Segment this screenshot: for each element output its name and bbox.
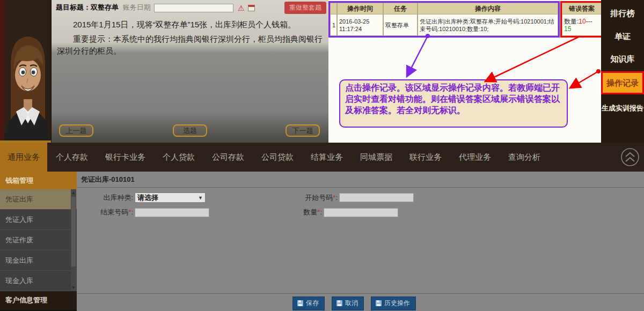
nav-tab-local-notes[interactable]: 同城票据 xyxy=(352,143,401,172)
scrollbar-thumb[interactable] xyxy=(71,197,76,266)
pick-question-button[interactable]: 选题 xyxy=(173,124,207,137)
col-index-header xyxy=(330,3,337,14)
prev-question-button[interactable]: 上一题 xyxy=(59,124,93,137)
redo-set-button[interactable]: 重做整套题 xyxy=(284,2,326,14)
form-title: 凭证出库-010101 xyxy=(77,172,644,188)
main-nav-bar: 通用业务 个人存款 银行卡业务 个人贷款 公司存款 公司贷款 结算业务 同城票据… xyxy=(0,143,644,172)
question-text: 2015年1月15日，现将“双整存单”15张，出库到柜员个人钱箱。 xyxy=(57,19,323,31)
form-row-2: 结束号码*: 数量*: xyxy=(77,208,644,217)
account-date-input[interactable] xyxy=(154,4,233,12)
nav-tab-settlement[interactable]: 结算业务 xyxy=(302,143,352,172)
nav-tab-general[interactable]: 通用业务 xyxy=(0,143,47,172)
question-notice: 重要提示：本系统中的我行均指典阅银行深圳分行，柜员均指典阅银行深圳分行的柜员。 xyxy=(57,33,323,57)
nav-tab-interbank[interactable]: 联行业务 xyxy=(401,143,450,172)
form-row-1: 出库种类: 请选择 ▼ 开始号码*: xyxy=(77,192,644,203)
teller-avatar xyxy=(0,0,51,140)
sidebar-item-ranking[interactable]: 排行榜 xyxy=(601,9,644,19)
nav-tab-query-analysis[interactable]: 查询分析 xyxy=(500,143,549,172)
sidebar-item-documents[interactable]: 单证 xyxy=(601,32,644,42)
sidebar-group-customer-info[interactable]: 客户信息管理 xyxy=(0,291,77,309)
sidebar-item-training-report[interactable]: 生成实训报告 xyxy=(601,103,644,113)
left-edge-strip xyxy=(0,0,4,143)
account-date-label: 账务日期 xyxy=(123,3,151,11)
field-label-out-type: 出库种类: xyxy=(77,193,133,203)
calendar-icon[interactable] xyxy=(248,5,255,11)
sidebar-item-list: 凭证出库 凭证入库 凭证作废 现金出库 现金入库 ▲ ▼ xyxy=(0,189,77,291)
question-titlebar: 题目标题：双整存单 账务日期 ⚠ 重做整套题 xyxy=(52,0,328,14)
nav-tab-corporate-loan[interactable]: 公司贷款 xyxy=(253,143,302,172)
nav-tab-agency[interactable]: 代理业务 xyxy=(450,143,500,172)
save-button[interactable]: 保存 xyxy=(292,297,325,310)
warning-icon: ⚠ xyxy=(238,4,245,12)
sidebar-item-operation-record[interactable]: 操作记录 xyxy=(601,71,644,94)
cancel-icon xyxy=(336,300,342,306)
question-nav: 上一题 选题 下一题 xyxy=(52,124,328,137)
record-highlight-purple-box: 1 操作时间 2016-03-25 11:17:24 任务 双整存单 操作内容 … xyxy=(328,1,560,38)
operation-record-region: 1 操作时间 2016-03-25 11:17:24 任务 双整存单 操作内容 … xyxy=(328,0,601,143)
button-separator xyxy=(77,293,644,294)
sidebar-group-cashbox[interactable]: 钱箱管理 xyxy=(0,172,77,189)
sidebar-item-voucher-out[interactable]: 凭证出库 xyxy=(0,189,77,210)
tutorial-annotation-text: 点击操作记录。该区域显示操作记录内容。若教师端已开启实时查看对错功能。则在错误答… xyxy=(345,83,560,115)
dropdown-caret-icon: ▼ xyxy=(198,195,203,201)
history-button[interactable]: 历史操作 xyxy=(371,297,416,310)
cell-time: 2016-03-25 11:17:24 xyxy=(337,14,383,36)
end-number-input[interactable] xyxy=(135,208,209,217)
sidebar-item-cash-out[interactable]: 现金出库 xyxy=(0,250,77,271)
operation-record-table: 1 操作时间 2016-03-25 11:17:24 任务 双整存单 操作内容 … xyxy=(328,1,603,38)
collapse-up-icon[interactable] xyxy=(620,147,640,167)
out-type-selected-value: 请选择 xyxy=(137,193,158,203)
sidebar-item-cash-in[interactable]: 现金入库 xyxy=(0,271,77,291)
next-question-button[interactable]: 下一题 xyxy=(286,124,320,137)
question-body: 2015年1月15日，现将“双整存单”15张，出库到柜员个人钱箱。 重要提示：本… xyxy=(52,14,328,57)
avatar-panel xyxy=(0,0,51,143)
module-sidebar: 钱箱管理 凭证出库 凭证入库 凭证作废 现金出库 现金入库 ▲ ▼ 客户信息管理 xyxy=(0,172,77,311)
row-index: 1 xyxy=(330,14,337,36)
out-type-select[interactable]: 请选择 ▼ xyxy=(135,192,206,203)
sidebar-item-voucher-void[interactable]: 凭证作废 xyxy=(0,230,77,250)
purple-callout-line xyxy=(407,36,428,76)
question-panel: 题目标题：双整存单 账务日期 ⚠ 重做整套题 2015年1月15日，现将“双整存… xyxy=(51,0,328,143)
cancel-button[interactable]: 取消 xyxy=(332,297,364,310)
red-callout-dot xyxy=(596,69,601,73)
save-icon xyxy=(297,300,303,306)
correct-answer-value: 15 xyxy=(564,25,571,33)
right-sidebar: 排行榜 单证 知识库 操作记录 生成实训报告 xyxy=(601,0,644,143)
wrong-answer-value: 10 xyxy=(579,18,586,25)
sidebar-item-knowledge[interactable]: 知识库 xyxy=(601,54,644,64)
cell-error-answer: 数量:10---15 xyxy=(562,14,602,36)
form-buttons: 保存 取消 历史操作 xyxy=(292,297,416,310)
question-title-label: 题目标题： xyxy=(56,3,91,11)
scroll-up-icon[interactable]: ▲ xyxy=(71,190,76,195)
field-label-start-number: 开始号码*: xyxy=(206,193,338,203)
sidebar-item-voucher-in[interactable]: 凭证入库 xyxy=(0,210,77,230)
scroll-down-icon[interactable]: ▼ xyxy=(71,285,76,290)
error-highlight-red-box: 错误答案 数量:10---15 xyxy=(560,1,603,38)
sidebar-scrollbar[interactable]: ▲ ▼ xyxy=(71,189,76,291)
red-callout-line-2 xyxy=(571,71,598,87)
voucher-out-form: 凭证出库-010101 出库种类: 请选择 ▼ 开始号码*: 结束号码*: 数量… xyxy=(77,172,644,311)
col-error-header: 错误答案 xyxy=(562,3,602,14)
col-time-header: 操作时间 xyxy=(337,3,383,14)
field-label-end-number: 结束号码*: xyxy=(77,208,133,217)
nav-tab-corporate-deposit[interactable]: 公司存款 xyxy=(203,143,253,172)
question-title-value: 双整存单 xyxy=(91,3,119,11)
start-number-input[interactable] xyxy=(339,193,414,202)
history-icon xyxy=(376,300,382,306)
red-callout-line-1 xyxy=(486,36,580,81)
cell-content: 凭证出库|出库种类:双整存单;开始号码:10210001;结束号码:102100… xyxy=(418,14,558,36)
tutorial-annotation-box: 点击操作记录。该区域显示操作记录内容。若教师端已开启实时查看对错功能。则在错误答… xyxy=(339,79,568,128)
quantity-input[interactable] xyxy=(324,208,398,217)
nav-tab-personal-loan[interactable]: 个人贷款 xyxy=(154,143,203,172)
col-task-header: 任务 xyxy=(383,3,418,14)
nav-tab-personal-deposit[interactable]: 个人存款 xyxy=(47,143,97,172)
nav-tab-bank-card[interactable]: 银行卡业务 xyxy=(97,143,154,172)
field-label-quantity: 数量*: xyxy=(209,208,322,217)
cell-task: 双整存单 xyxy=(383,14,418,36)
col-content-header: 操作内容 xyxy=(418,3,558,14)
